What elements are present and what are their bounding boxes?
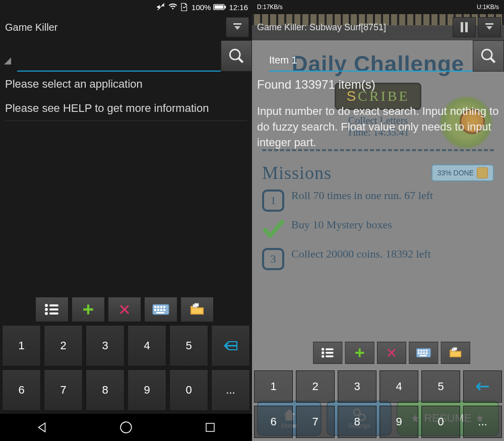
app-title: Game Killer xyxy=(5,22,57,33)
key-5[interactable]: 5 xyxy=(169,325,208,366)
key-4[interactable]: 4 xyxy=(380,370,418,403)
backspace-icon xyxy=(476,382,490,392)
list-icon xyxy=(321,347,334,358)
delete-button[interactable] xyxy=(108,297,141,322)
search-row xyxy=(252,40,504,72)
pause-button[interactable] xyxy=(453,17,476,37)
svg-line-6 xyxy=(238,58,243,62)
nav-back-icon xyxy=(35,421,48,434)
svg-rect-30 xyxy=(461,22,463,32)
key-8[interactable]: 8 xyxy=(86,369,124,411)
svg-rect-48 xyxy=(423,352,425,354)
svg-rect-27 xyxy=(206,423,214,431)
upload-speed: U:1KB/s xyxy=(477,4,499,11)
key-7[interactable]: 7 xyxy=(44,369,83,411)
list-icon xyxy=(44,303,59,316)
nav-home-icon xyxy=(119,421,133,434)
svg-rect-32 xyxy=(485,23,493,25)
clock: 12:16 xyxy=(229,3,248,12)
nav-bar xyxy=(0,414,252,441)
key-6[interactable]: 6 xyxy=(254,406,293,438)
svg-rect-44 xyxy=(423,350,425,352)
reward-box-icon xyxy=(477,167,488,178)
key-6[interactable]: 6 xyxy=(2,369,41,411)
plus-icon xyxy=(82,303,95,316)
svg-point-35 xyxy=(322,348,324,350)
done-pct-text: 33% DONE xyxy=(437,169,474,177)
app-header: Game Killer: Subway Surf[8751] xyxy=(252,14,504,40)
svg-point-39 xyxy=(322,355,324,357)
keyboard-button[interactable] xyxy=(144,297,177,322)
keypad: 1 2 3 4 5 6 7 8 9 0 ... xyxy=(254,370,502,438)
right-screen: Daily Challenge SCRIBE Collect Letters T… xyxy=(252,0,504,441)
key-7[interactable]: 7 xyxy=(296,406,335,438)
list-button[interactable] xyxy=(35,297,69,322)
add-button[interactable] xyxy=(72,297,105,322)
nav-recent[interactable] xyxy=(202,419,218,435)
minimize-button[interactable] xyxy=(478,17,501,37)
key-1[interactable]: 1 xyxy=(2,325,41,366)
left-screen: 100% 12:16 Game Killer Please select an … xyxy=(0,0,252,441)
save-button[interactable] xyxy=(180,297,214,322)
search-type-dropdown[interactable] xyxy=(4,53,15,65)
svg-rect-47 xyxy=(420,352,422,354)
svg-rect-21 xyxy=(163,309,165,311)
folder-icon xyxy=(449,347,462,359)
found-count-text: Found 133971 item(s) xyxy=(257,77,499,93)
key-backspace[interactable] xyxy=(211,325,250,366)
nav-home[interactable] xyxy=(118,419,134,435)
key-3[interactable]: 3 xyxy=(338,370,376,403)
done-badge: 33% DONE xyxy=(431,164,494,181)
battery-pct: 100% xyxy=(192,3,211,12)
magnifier-icon xyxy=(228,47,245,65)
pause-icon xyxy=(460,22,469,33)
key-8[interactable]: 8 xyxy=(338,406,376,438)
key-2[interactable]: 2 xyxy=(296,370,335,403)
mission-2-text: Buy 10 Mystery boxes xyxy=(291,219,392,231)
nav-recent-icon xyxy=(204,421,216,433)
status-bar: 100% 12:16 xyxy=(0,0,252,14)
key-5[interactable]: 5 xyxy=(421,370,460,403)
mission-1-box: 1 xyxy=(262,190,284,212)
content-area: Found 133971 item(s) Input number to do … xyxy=(252,72,504,156)
magnifier-icon xyxy=(480,47,497,65)
key-0[interactable]: 0 xyxy=(421,406,460,438)
key-backspace[interactable] xyxy=(463,370,502,403)
list-button[interactable] xyxy=(313,342,342,364)
key-2[interactable]: 2 xyxy=(44,325,83,366)
key-dots[interactable]: ... xyxy=(211,369,250,411)
svg-rect-19 xyxy=(157,309,159,311)
missions-title: Missions xyxy=(262,162,332,183)
dropdown-triangle-icon xyxy=(4,57,11,65)
svg-point-26 xyxy=(120,422,132,433)
search-type-dropdown[interactable] xyxy=(256,53,267,65)
data-icon xyxy=(180,3,189,12)
search-input[interactable] xyxy=(269,54,473,66)
minimize-button[interactable] xyxy=(226,17,249,37)
toolbar xyxy=(313,342,470,364)
folder-icon xyxy=(190,303,205,316)
search-input[interactable] xyxy=(17,54,221,66)
mute-icon xyxy=(157,3,166,12)
nav-back[interactable] xyxy=(34,419,50,435)
chevron-down-bar-icon xyxy=(231,21,243,33)
add-button[interactable] xyxy=(345,342,374,364)
key-1[interactable]: 1 xyxy=(254,370,293,403)
battery-icon xyxy=(213,3,226,12)
key-0[interactable]: 0 xyxy=(169,369,208,411)
svg-rect-2 xyxy=(215,6,223,9)
svg-point-33 xyxy=(482,49,492,59)
checkmark-icon xyxy=(262,219,284,241)
save-button[interactable] xyxy=(441,342,470,364)
svg-rect-24 xyxy=(195,303,199,306)
key-dots[interactable]: ... xyxy=(463,406,502,438)
delete-button[interactable] xyxy=(377,342,406,364)
key-9[interactable]: 9 xyxy=(128,369,166,411)
key-3[interactable]: 3 xyxy=(86,325,124,366)
key-4[interactable]: 4 xyxy=(128,325,166,366)
search-button[interactable] xyxy=(473,40,504,72)
chevron-down-bar-icon xyxy=(483,21,495,33)
search-button[interactable] xyxy=(221,40,252,72)
key-9[interactable]: 9 xyxy=(380,406,418,438)
keyboard-button[interactable] xyxy=(409,342,438,364)
